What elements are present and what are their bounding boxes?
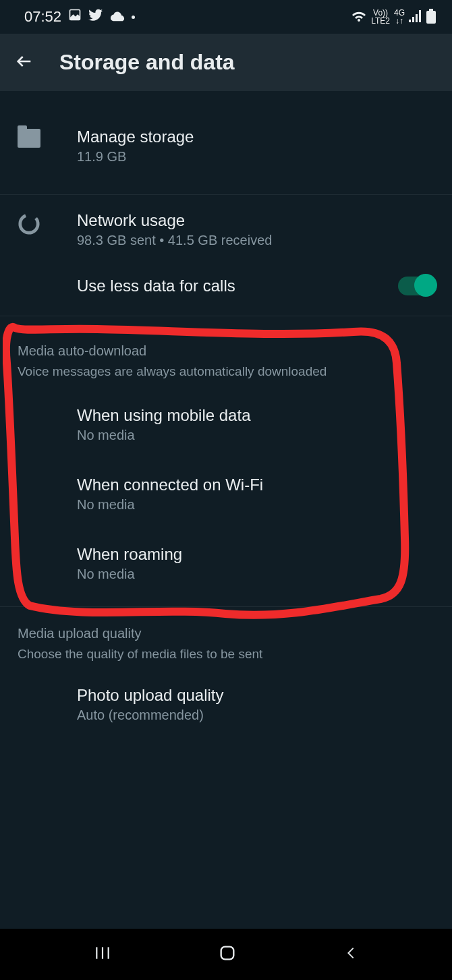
status-bar: 07:52 Vo)) LTE2 4G ↓↑ <box>0 0 452 34</box>
roaming-title: When roaming <box>77 545 434 564</box>
recents-button[interactable] <box>94 944 111 964</box>
status-time: 07:52 <box>24 8 61 26</box>
dot-icon <box>132 16 135 19</box>
svg-rect-5 <box>429 9 433 11</box>
manage-storage-row[interactable]: Manage storage 11.9 GB <box>0 111 452 181</box>
photo-quality-row[interactable]: Photo upload quality Auto (recommended) <box>0 662 452 739</box>
nav-back-button[interactable] <box>343 944 358 964</box>
image-icon <box>68 8 82 26</box>
roaming-row[interactable]: When roaming No media <box>0 529 452 606</box>
status-left: 07:52 <box>24 7 135 26</box>
auto-download-header: Media auto-download Voice messages are a… <box>0 316 452 379</box>
status-right: Vo)) LTE2 4G ↓↑ <box>351 9 436 26</box>
battery-icon <box>426 9 436 26</box>
svg-rect-1 <box>409 20 411 22</box>
page-title: Storage and data <box>59 50 235 75</box>
network-usage-title: Network usage <box>77 211 434 230</box>
app-bar: Storage and data <box>0 34 452 91</box>
folder-icon <box>18 129 40 148</box>
twitter-icon <box>88 7 103 26</box>
use-less-data-toggle[interactable] <box>398 277 434 295</box>
nav-bar <box>0 929 452 980</box>
volte-label: Vo)) LTE2 <box>371 9 390 25</box>
net-4g-label: 4G ↓↑ <box>394 9 405 25</box>
auto-download-label: Media auto-download <box>18 343 434 359</box>
signal-icon <box>409 10 422 24</box>
network-usage-sub: 98.3 GB sent • 41.5 GB received <box>77 233 434 248</box>
svg-rect-2 <box>412 17 414 22</box>
upload-header: Media upload quality Choose the quality … <box>0 607 452 662</box>
svg-rect-3 <box>416 14 418 22</box>
wifi-sub: No media <box>77 497 434 513</box>
network-usage-row[interactable]: Network usage 98.3 GB sent • 41.5 GB rec… <box>0 195 452 264</box>
svg-rect-11 <box>221 947 234 960</box>
home-button[interactable] <box>218 944 237 965</box>
roaming-sub: No media <box>77 567 434 582</box>
use-less-data-row[interactable]: Use less data for calls <box>0 264 452 316</box>
manage-storage-title: Manage storage <box>77 127 434 146</box>
auto-download-desc: Voice messages are always automatically … <box>18 364 434 379</box>
wifi-icon <box>351 9 367 25</box>
use-less-data-title: Use less data for calls <box>77 277 398 295</box>
back-icon[interactable] <box>15 52 34 74</box>
svg-rect-4 <box>419 10 421 22</box>
photo-quality-sub: Auto (recommended) <box>77 708 434 723</box>
svg-rect-6 <box>426 11 436 24</box>
content: Manage storage 11.9 GB Network usage 98.… <box>0 91 452 739</box>
photo-quality-title: Photo upload quality <box>77 686 434 705</box>
wifi-row[interactable]: When connected on Wi-Fi No media <box>0 459 452 529</box>
cloud-icon <box>110 8 125 26</box>
mobile-data-title: When using mobile data <box>77 406 434 425</box>
wifi-title: When connected on Wi-Fi <box>77 475 434 494</box>
upload-desc: Choose the quality of media files to be … <box>18 647 434 662</box>
data-usage-icon <box>18 212 40 235</box>
svg-point-7 <box>18 212 40 235</box>
mobile-data-row[interactable]: When using mobile data No media <box>0 379 452 459</box>
mobile-data-sub: No media <box>77 428 434 443</box>
upload-label: Media upload quality <box>18 626 434 641</box>
manage-storage-sub: 11.9 GB <box>77 149 434 165</box>
